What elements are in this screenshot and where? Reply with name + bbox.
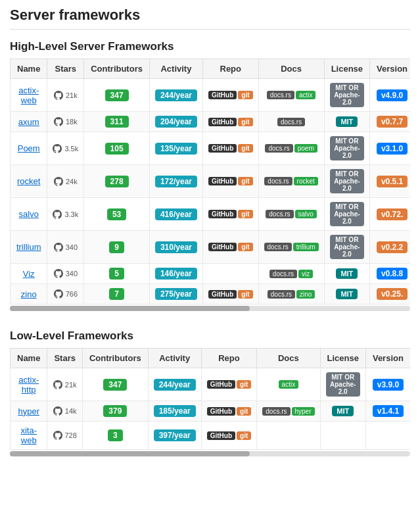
- version-badge: v0.8.8: [377, 268, 408, 280]
- framework-name-link[interactable]: trillium: [16, 242, 41, 252]
- git-repo-badge[interactable]: git: [238, 243, 252, 251]
- horizontal-scrollbar-2[interactable]: [10, 451, 410, 456]
- table-row: salvo 3.3k 53416/yearGitHubgitdocs.rssal…: [11, 198, 411, 231]
- license-badge: MIT OR Apache-2.0: [330, 235, 364, 259]
- git-repo-badge[interactable]: git: [237, 380, 251, 389]
- github-repo-badge[interactable]: GitHub: [207, 380, 235, 389]
- col-contributors: Contributors: [82, 349, 148, 368]
- table-row: xita-web 728 3397/yearGitHubgit: [11, 422, 411, 450]
- col-version: Version: [365, 349, 410, 368]
- activity-badge: 310/year: [155, 241, 197, 253]
- docs-rs-badge[interactable]: docs.rs: [265, 144, 292, 153]
- activity-badge: 397/year: [154, 429, 196, 441]
- version-badge: v4.9.0: [377, 89, 408, 101]
- docs-rs-badge[interactable]: docs.rs: [264, 177, 292, 185]
- github-repo-badge[interactable]: GitHub: [207, 407, 235, 416]
- col-version: Version: [370, 59, 410, 79]
- table-row: Poem 3.5k 105135/yearGitHubgitdocs.rspoe…: [11, 132, 411, 165]
- framework-name-link[interactable]: hyper: [18, 406, 39, 416]
- github-repo-badge[interactable]: GitHub: [208, 118, 237, 126]
- high-level-table: Name Stars Contributors Activity Repo Do…: [10, 59, 410, 304]
- activity-badge: 172/year: [155, 176, 197, 187]
- col-docs: Docs: [257, 349, 320, 368]
- stars-count: 21k: [65, 381, 77, 389]
- framework-name-link[interactable]: rocket: [17, 176, 40, 186]
- col-name: Name: [11, 349, 47, 368]
- git-repo-badge[interactable]: git: [238, 210, 252, 218]
- stars-cell: 766: [53, 289, 78, 299]
- activity-badge: 416/year: [155, 208, 197, 220]
- license-badge: MIT OR Apache-2.0: [326, 372, 360, 397]
- git-repo-badge[interactable]: git: [238, 177, 252, 185]
- framework-name-link[interactable]: actix-http: [18, 375, 39, 395]
- col-repo: Repo: [202, 59, 258, 79]
- docs-label-badge[interactable]: salvo: [295, 210, 317, 218]
- docs-label-badge[interactable]: viz: [298, 270, 313, 278]
- section2-title: Low-Level Frameworks: [10, 329, 410, 343]
- docs-label-badge[interactable]: rocket: [294, 177, 318, 185]
- version-badge: v0.72.: [377, 208, 408, 220]
- github-repo-badge[interactable]: GitHub: [208, 91, 237, 99]
- docs-label-badge[interactable]: actix: [279, 380, 299, 389]
- stars-cell: 3.5k: [53, 144, 78, 153]
- col-license: License: [324, 59, 369, 79]
- license-badge: MIT OR Apache-2.0: [330, 169, 364, 193]
- license-badge: MIT: [336, 289, 358, 299]
- low-level-table: Name Stars Contributors Activity Repo Do…: [10, 348, 410, 450]
- docs-rs-badge[interactable]: docs.rs: [266, 210, 293, 218]
- docs-label-badge[interactable]: actix: [296, 91, 316, 99]
- version-badge: v3.1.0: [377, 143, 408, 155]
- contributors-badge: 379: [103, 405, 127, 417]
- high-level-table-wrapper: Name Stars Contributors Activity Repo Do…: [10, 59, 410, 316]
- version-badge: v0.7.7: [377, 116, 408, 128]
- framework-name-link[interactable]: xita-web: [20, 426, 37, 445]
- git-repo-badge[interactable]: git: [238, 290, 252, 299]
- docs-label-badge[interactable]: trillium: [293, 243, 319, 251]
- framework-name-link[interactable]: zino: [21, 289, 37, 299]
- contributors-badge: 3: [108, 429, 123, 441]
- docs-rs-badge[interactable]: docs.rs: [277, 118, 305, 126]
- activity-badge: 146/year: [155, 268, 197, 280]
- framework-name-link[interactable]: salvo: [19, 209, 39, 219]
- github-repo-badge[interactable]: GitHub: [208, 243, 237, 251]
- github-repo-badge[interactable]: GitHub: [208, 177, 237, 185]
- stars-count: 21k: [66, 91, 78, 99]
- version-badge: v3.9.0: [373, 379, 404, 391]
- table-row: trillium 340 9310/yearGitHubgitdocs.rstr…: [11, 231, 411, 264]
- git-repo-badge[interactable]: git: [238, 118, 252, 126]
- table-header-row: Name Stars Contributors Activity Repo Do…: [11, 59, 411, 79]
- git-repo-badge[interactable]: git: [237, 407, 251, 416]
- license-badge: MIT OR Apache-2.0: [330, 136, 364, 160]
- github-repo-badge[interactable]: GitHub: [207, 431, 235, 440]
- stars-count: 3.5k: [64, 145, 78, 153]
- docs-rs-badge[interactable]: docs.rs: [268, 290, 295, 299]
- license-badge: MIT OR Apache-2.0: [330, 202, 364, 226]
- docs-label-badge[interactable]: hyper: [292, 407, 315, 416]
- framework-name-link[interactable]: Poem: [18, 143, 40, 153]
- docs-rs-badge[interactable]: docs.rs: [264, 243, 292, 251]
- docs-label-badge[interactable]: poem: [294, 144, 317, 153]
- col-activity: Activity: [148, 349, 201, 368]
- github-repo-badge[interactable]: GitHub: [208, 144, 237, 153]
- stars-count: 14k: [65, 407, 77, 415]
- framework-name-link[interactable]: actix-web: [18, 85, 39, 105]
- framework-name-link[interactable]: Viz: [23, 269, 35, 279]
- git-repo-badge[interactable]: git: [238, 144, 252, 153]
- stars-count: 728: [65, 431, 77, 439]
- horizontal-scrollbar[interactable]: [10, 306, 410, 311]
- col-stars: Stars: [47, 59, 84, 79]
- github-repo-badge[interactable]: GitHub: [208, 290, 237, 299]
- version-badge: v1.4.1: [373, 405, 404, 417]
- col-stars: Stars: [47, 349, 83, 368]
- contributors-badge: 53: [107, 208, 126, 220]
- git-repo-badge[interactable]: git: [238, 91, 252, 99]
- docs-rs-badge[interactable]: docs.rs: [269, 270, 297, 278]
- docs-label-badge[interactable]: zino: [296, 290, 315, 299]
- git-repo-badge[interactable]: git: [237, 431, 251, 440]
- docs-rs-badge[interactable]: docs.rs: [262, 407, 290, 416]
- stars-cell: 24k: [53, 177, 78, 186]
- col-license: License: [320, 349, 365, 368]
- github-repo-badge[interactable]: GitHub: [208, 210, 237, 218]
- docs-rs-badge[interactable]: docs.rs: [267, 91, 294, 99]
- framework-name-link[interactable]: axum: [18, 117, 39, 127]
